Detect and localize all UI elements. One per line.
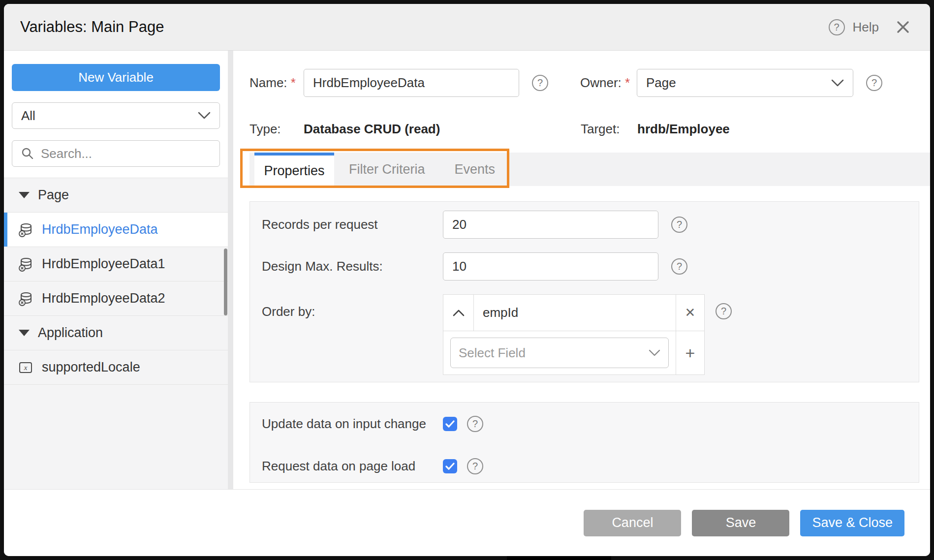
variable-filter-value: All — [21, 108, 35, 124]
sidebar-divider — [228, 51, 233, 489]
order-by-help-icon[interactable]: ? — [716, 303, 732, 319]
variables-dialog: Variables: Main Page ? Help New Variable… — [4, 4, 930, 556]
collapse-triangle-icon — [19, 330, 30, 336]
search-input[interactable]: Search... — [12, 140, 220, 167]
name-label: Name: * — [249, 75, 304, 91]
owner-label: Owner: * — [580, 75, 637, 91]
remove-order-field-icon[interactable]: ✕ — [676, 295, 704, 331]
checkmark-icon — [445, 463, 455, 470]
dialog-title: Variables: Main Page — [20, 18, 164, 36]
select-field-dropdown[interactable]: Select Field — [450, 338, 669, 368]
tab-properties[interactable]: Properties — [254, 153, 334, 186]
search-placeholder: Search... — [41, 146, 92, 161]
search-icon — [21, 147, 34, 160]
properties-panel: Records per request ? Design Max. Result… — [249, 201, 919, 382]
target-value: hrdb/Employee — [637, 122, 730, 137]
database-variable-icon — [18, 291, 33, 307]
update-on-input-change-label: Update data on input change — [262, 416, 443, 432]
tree-group-page[interactable]: Page — [4, 178, 228, 212]
request-on-page-load-help-icon[interactable]: ? — [467, 458, 483, 474]
owner-help-icon[interactable]: ? — [866, 75, 882, 91]
chevron-down-icon — [198, 112, 211, 120]
tab-bar: Properties Filter Criteria Events — [249, 153, 930, 186]
target-label: Target: — [581, 122, 637, 137]
owner-select[interactable]: Page — [637, 69, 853, 97]
required-asterisk: * — [625, 75, 630, 90]
add-order-field-icon[interactable]: + — [676, 331, 704, 374]
cancel-button[interactable]: Cancel — [584, 510, 681, 536]
tree-item-supportedlocale[interactable]: x supportedLocale — [4, 350, 228, 384]
update-on-input-change-help-icon[interactable]: ? — [467, 416, 483, 432]
owner-value: Page — [646, 75, 676, 91]
select-field-placeholder: Select Field — [459, 345, 526, 361]
tree-item-hrdbemployeedata2[interactable]: HrdbEmployeeData2 — [4, 281, 228, 315]
tree-group-application[interactable]: Application — [4, 315, 228, 350]
variables-tree: Page HrdbEmployeeData — [4, 178, 228, 489]
dialog-footer: Cancel Save Save & Close — [4, 489, 930, 556]
tree-item-hrdbemployeedata1[interactable]: HrdbEmployeeData1 — [4, 247, 228, 281]
records-per-request-input[interactable] — [443, 211, 658, 239]
request-on-page-load-label: Request data on page load — [262, 459, 443, 474]
chevron-down-icon — [831, 79, 844, 87]
selected-indicator — [4, 213, 7, 247]
svg-text:x: x — [24, 364, 28, 372]
variables-sidebar: New Variable All Search... Page — [4, 51, 228, 489]
order-by-field-value[interactable]: empId — [474, 295, 676, 331]
records-per-request-help-icon[interactable]: ? — [671, 217, 687, 233]
model-variable-icon: x — [18, 360, 33, 375]
new-variable-button[interactable]: New Variable — [12, 64, 220, 91]
help-icon[interactable]: ? — [829, 19, 845, 35]
records-per-request-label: Records per request — [262, 217, 443, 232]
tree-empty-area — [4, 384, 228, 489]
tree-item-hrdbemployeedata[interactable]: HrdbEmployeeData — [4, 212, 228, 247]
order-by-widget: empId ✕ Select Field + — [443, 294, 705, 375]
database-variable-icon — [18, 256, 33, 272]
sidebar-scrollbar[interactable] — [224, 249, 227, 315]
order-by-label: Order by: — [262, 294, 443, 319]
update-on-input-change-checkbox[interactable] — [443, 417, 457, 431]
name-help-icon[interactable]: ? — [532, 75, 548, 91]
help-link[interactable]: Help — [853, 20, 879, 35]
variable-detail-panel: Name: * ? Owner: * Page ? Type: Database… — [233, 51, 930, 489]
checkmark-icon — [445, 420, 455, 428]
name-input[interactable] — [304, 69, 519, 97]
save-button[interactable]: Save — [692, 510, 789, 536]
data-behavior-panel: Update data on input change ? Request da… — [249, 402, 919, 483]
close-icon[interactable] — [896, 20, 910, 34]
dialog-header: Variables: Main Page ? Help — [4, 4, 930, 51]
required-asterisk: * — [291, 75, 296, 90]
variable-filter-select[interactable]: All — [12, 102, 220, 129]
type-value: Database CRUD (read) — [304, 122, 581, 137]
chevron-down-icon — [649, 349, 660, 357]
tab-events[interactable]: Events — [440, 153, 510, 186]
type-label: Type: — [249, 122, 304, 137]
collapse-triangle-icon — [19, 192, 30, 198]
design-max-results-label: Design Max. Results: — [262, 259, 443, 274]
tab-filter-criteria[interactable]: Filter Criteria — [334, 153, 440, 186]
database-variable-icon — [18, 222, 33, 238]
design-max-results-input[interactable] — [443, 252, 658, 280]
design-max-results-help-icon[interactable]: ? — [671, 258, 687, 275]
request-on-page-load-checkbox[interactable] — [443, 459, 457, 473]
save-and-close-button[interactable]: Save & Close — [800, 510, 904, 536]
sort-ascending-icon[interactable] — [443, 295, 474, 331]
